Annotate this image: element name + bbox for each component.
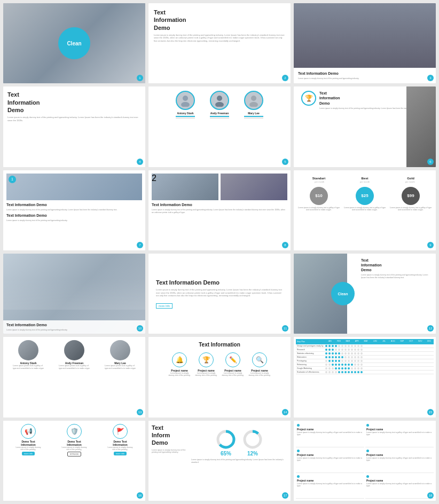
slide-badge: 7	[137, 242, 143, 248]
svg-point-3	[215, 102, 224, 107]
dot-gray	[351, 356, 353, 358]
slide-body: Lorem ipsum is simply dummy text of the …	[152, 449, 189, 454]
slide-body: Lorem ipsum is simply dummy text of the …	[6, 209, 142, 211]
member-name-1: Antony Stark	[177, 112, 193, 115]
dot-gray	[351, 360, 353, 362]
dot	[332, 345, 334, 347]
proj-text-2: Lorem ipsum is simply dummy text a galle…	[366, 431, 433, 436]
icon-item-1: 🔔 Project name Lorem ipsum is simply dum…	[168, 352, 191, 376]
avatar-1	[18, 340, 38, 360]
dots-6	[325, 364, 434, 366]
proj-title-2: Project name	[366, 428, 433, 431]
more-info-btn-2[interactable]: more info	[114, 452, 127, 455]
dot-gray	[335, 371, 337, 373]
dot-gray	[348, 360, 350, 362]
content: Text Information Demo Lorem ipsum is sim…	[153, 275, 286, 312]
member-bar-gray-2	[210, 117, 229, 119]
icon-title-3: Demo TextInformation	[113, 440, 128, 446]
row-label-1: Design and prototypes ready by	[296, 344, 325, 348]
slide-badge: 16	[137, 492, 143, 499]
icons-row: 📢 Demo TextInformation Lorem ipsum is si…	[6, 424, 142, 456]
month-oct: OCT	[406, 340, 416, 343]
dot-gray	[360, 360, 363, 362]
svg-point-8	[245, 431, 261, 447]
slide-12: Clean TextInformationDemo Lorem ipsum is…	[294, 254, 436, 334]
slide-title: Text Information Demo	[156, 279, 283, 286]
plan-best: $25 Lorem ipsum is simply dummy text a g…	[343, 187, 387, 211]
gantt-row-2: Research	[296, 348, 434, 352]
slide-badge: 11	[282, 325, 288, 332]
dot-gray	[332, 371, 334, 373]
row-label-2: Research	[296, 348, 325, 351]
wave-overlay	[3, 278, 145, 310]
donut-2-label: 12%	[247, 451, 258, 456]
dot-gray	[357, 345, 359, 347]
right-col: 65% 12% Lorem ipsum is simply dummy text…	[191, 424, 287, 498]
icon-sub-3: Lorem ipsum is simply dummy text of the …	[106, 446, 134, 451]
slide-body: Lorem ipsum is simply dummy text of the …	[298, 77, 432, 80]
slide-bottom: Text Information Demo Lorem ipsum is sim…	[294, 68, 436, 83]
dot	[335, 352, 337, 355]
trophy-col: 🏆	[298, 91, 319, 162]
dot	[328, 345, 331, 347]
month-nov: NOV	[416, 340, 425, 343]
dots-8	[325, 371, 434, 373]
portrait-bg	[406, 86, 436, 167]
team-row: Antony Stark Lorem ipsum printer took a …	[6, 340, 142, 370]
slide-6: 🏆 TextInformationDemo Lorem ipsum is sim…	[294, 86, 436, 167]
slide-body: Lorem ipsum is simply dummy text of the …	[154, 34, 285, 43]
plan-names-row: Standart Best Gold	[297, 175, 433, 180]
dot-gray	[344, 349, 347, 351]
image-split: 2	[152, 174, 287, 200]
slide-badge: 14	[282, 409, 288, 415]
dot-gray	[341, 352, 343, 355]
right-body: Lorem ipsum is simply dummy text of the …	[191, 459, 287, 464]
plan-standart: $10 Lorem ipsum is simply dummy text a g…	[297, 187, 341, 211]
slide-body: Lorem ipsum is simply dummy text of the …	[156, 288, 283, 297]
member-bio-2: Lorem ipsum printer took a galley of typ…	[59, 365, 90, 370]
slide-badge: 18	[427, 492, 434, 499]
slide-17: TextInformDemo Lorem ipsum is simply dum…	[148, 421, 291, 501]
dot	[351, 371, 353, 373]
gantt-row-3: Statistics refactoring	[296, 352, 434, 356]
dot	[335, 356, 337, 358]
dot	[332, 360, 334, 362]
dots-1	[325, 345, 434, 347]
month-mar: MAR	[343, 340, 352, 343]
team-member-1: Antony Stark	[170, 91, 200, 119]
row-label-4: Elaboration	[296, 356, 325, 359]
slide-title: TextInformationDemo	[7, 91, 141, 114]
icon-sub-2: Lorem ipsum is simply dummy text of the …	[60, 446, 88, 451]
slide-body: Lorem ipsum is simply dummy text of the …	[152, 209, 287, 214]
gantt-step-label: Step Plan	[296, 340, 325, 343]
slide-5: Antony Stark Andy Freeman Mary Lee	[148, 86, 291, 167]
icon-bell: 🔔	[172, 352, 187, 367]
dot-gray	[348, 349, 350, 351]
dot-gray	[351, 367, 353, 369]
plan-sub-1: per month	[315, 180, 324, 183]
proj-title-6: Project name	[366, 479, 433, 482]
more-info-btn-1[interactable]: more info	[22, 452, 35, 455]
dot-gray	[328, 364, 331, 366]
svg-point-0	[183, 96, 188, 101]
dot	[344, 367, 347, 369]
dot	[348, 367, 350, 369]
price-standart: $10	[310, 187, 328, 205]
struck-btn[interactable]: STRUCK	[67, 452, 81, 456]
gantt-row-7: Google Marketing	[296, 367, 434, 371]
flag-icon: 🚩	[113, 424, 128, 439]
icon-search: 🔍	[252, 352, 267, 367]
slide-title-2: Text Information Demo	[6, 213, 142, 218]
gantt-row-1: Design and prototypes ready by	[296, 344, 434, 348]
slide-18: Project name Lorem ipsum is simply dummy…	[294, 421, 436, 501]
slide-grid: Clean 1 TextInformationDemo Lorem ipsum …	[0, 0, 439, 504]
slide-title: Text Information Demo	[298, 71, 432, 76]
dot-gray	[338, 345, 340, 347]
donut-svg-2	[241, 428, 264, 451]
proj-title-4: Project name	[366, 453, 433, 456]
dot-gray	[335, 349, 337, 351]
proj-title-1: Project name	[297, 428, 363, 431]
avatar-3	[244, 91, 263, 110]
more-info-btn[interactable]: more Info	[156, 303, 173, 309]
project-6: Project name Lorem ipsum is simply dummy…	[365, 474, 434, 499]
